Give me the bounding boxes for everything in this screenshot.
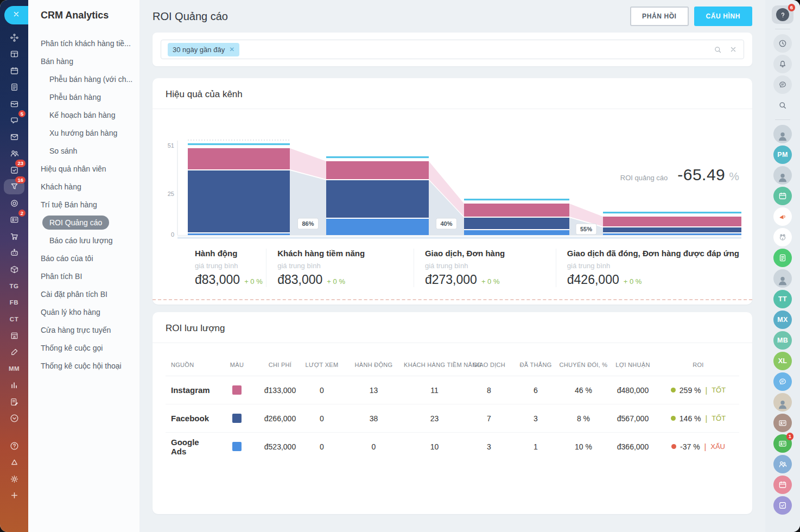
table-card-title: ROI lưu lượng bbox=[166, 323, 739, 334]
rail-mm[interactable]: MM bbox=[0, 360, 28, 377]
rail-inventory-icon[interactable] bbox=[0, 261, 28, 278]
rr-messenger[interactable] bbox=[773, 75, 792, 94]
menu-item-1[interactable]: Bán hàng bbox=[28, 52, 139, 70]
rail-contacts-icon[interactable]: 2 bbox=[0, 212, 28, 229]
rail-sales-icon[interactable] bbox=[0, 228, 28, 245]
close-menu-button[interactable] bbox=[4, 6, 28, 24]
clear-filter-icon[interactable] bbox=[729, 46, 737, 53]
rr-calendar-pink[interactable] bbox=[773, 476, 792, 494]
menu-item-18[interactable]: Thống kê cuộc hội thoại bbox=[28, 357, 139, 375]
rail-add-icon[interactable] bbox=[0, 487, 28, 504]
rail-apps-icon[interactable] bbox=[0, 29, 28, 46]
rr-avatar-3[interactable] bbox=[773, 269, 792, 288]
rr-contacts-green[interactable]: 1 bbox=[773, 434, 792, 453]
menu-item-13[interactable]: Phân tích BI bbox=[28, 267, 139, 285]
rail-marketing-icon[interactable] bbox=[0, 195, 28, 212]
rail-documents-icon[interactable] bbox=[0, 79, 28, 96]
menu-item-7[interactable]: Hiệu quả nhân viên bbox=[28, 160, 139, 178]
menu-item-15[interactable]: Quản lý kho hàng bbox=[28, 303, 139, 321]
rr-chat-mx[interactable]: MX bbox=[773, 311, 792, 329]
row-cell-5: 1 bbox=[513, 433, 558, 460]
rr-chat-pm[interactable]: PM bbox=[773, 145, 792, 164]
rail-updates-icon[interactable] bbox=[0, 454, 28, 471]
rail-sign-icon[interactable] bbox=[0, 344, 28, 361]
column-header: KHÁCH HÀNG TIỀM NĂNG bbox=[404, 362, 465, 376]
menu-item-0[interactable]: Phân tích khách hàng tiề... bbox=[28, 34, 139, 52]
rail-facebook[interactable]: FB bbox=[0, 294, 28, 311]
row-color bbox=[214, 404, 260, 433]
filter-search-input[interactable]: 30 ngày gần đây ✕ bbox=[161, 40, 744, 59]
row-roi: -37 %|XẤU bbox=[657, 433, 739, 460]
rail-automation-icon[interactable] bbox=[0, 245, 28, 262]
menu-item-6[interactable]: So sánh bbox=[28, 142, 139, 160]
menu-item-3[interactable]: Phễu bán hàng bbox=[28, 88, 139, 106]
rail-collapse-icon[interactable] bbox=[0, 410, 28, 427]
rr-calendar-chat[interactable] bbox=[773, 187, 792, 205]
rr-notes-chat[interactable] bbox=[773, 249, 792, 267]
rr-group-chat[interactable] bbox=[773, 393, 792, 411]
rail-online-store-icon[interactable] bbox=[0, 327, 28, 344]
stat-caption: giá trung bình bbox=[195, 262, 266, 270]
row-source[interactable]: Instagram bbox=[166, 376, 214, 404]
rail-chat-icon[interactable]: 5 bbox=[0, 112, 28, 129]
rr-support-chat[interactable] bbox=[773, 372, 792, 391]
rail-mail-icon[interactable] bbox=[0, 129, 28, 145]
configure-button[interactable]: CẤU HÌNH bbox=[694, 7, 752, 26]
search-icon[interactable] bbox=[713, 45, 722, 54]
rail-tasks-icon[interactable]: 23 bbox=[0, 162, 28, 179]
filter-tag-remove-icon[interactable]: ✕ bbox=[229, 46, 234, 53]
rail-employees-icon[interactable] bbox=[0, 145, 28, 162]
rr-notifications[interactable] bbox=[773, 55, 792, 73]
rail-doc-edit-icon[interactable] bbox=[0, 394, 28, 410]
menu-item-8[interactable]: Khách hàng bbox=[28, 178, 139, 195]
stat-delta: + 0 % bbox=[244, 277, 263, 286]
rail-telegram[interactable]: TG bbox=[0, 278, 28, 295]
menu-item-4[interactable]: Kế hoạch bán hàng bbox=[28, 106, 139, 124]
rail-analytics-icon[interactable] bbox=[0, 377, 28, 394]
rr-avatar-1[interactable] bbox=[773, 125, 792, 143]
menu-item-5[interactable]: Xu hướng bán hàng bbox=[28, 124, 139, 142]
menu-item-16[interactable]: Cửa hàng trực tuyến bbox=[28, 321, 139, 339]
app-window: 523162TGFBCTMM CRM Analytics Phân tích k… bbox=[0, 0, 800, 532]
rail-settings-icon[interactable] bbox=[0, 471, 28, 487]
filter-tag[interactable]: 30 ngày gần đây ✕ bbox=[168, 43, 239, 56]
svg-text:86%: 86% bbox=[302, 220, 314, 227]
rail-contact-center[interactable]: CT bbox=[0, 311, 28, 328]
menu-item-10[interactable]: ROI Quảng cáo bbox=[28, 213, 139, 231]
menu-item-14[interactable]: Cài đặt phân tích BI bbox=[28, 285, 139, 303]
roi-status-dot bbox=[671, 388, 676, 392]
badge: 23 bbox=[15, 160, 26, 167]
close-icon bbox=[12, 10, 20, 20]
row-cell-6: 8 % bbox=[558, 404, 608, 433]
rail-crm-icon[interactable]: 16 bbox=[0, 179, 28, 195]
rr-tasks-purple[interactable] bbox=[773, 496, 792, 515]
rail-storage-icon[interactable] bbox=[0, 96, 28, 112]
stat-delta: + 0 % bbox=[624, 277, 642, 286]
rr-history[interactable] bbox=[773, 34, 792, 53]
rr-help[interactable]: 6 bbox=[772, 5, 793, 24]
rr-chat-xl[interactable]: XL bbox=[773, 352, 792, 370]
rr-avatar-2[interactable] bbox=[773, 166, 792, 185]
menu-item-2[interactable]: Phễu bán hàng (với ch... bbox=[28, 70, 139, 88]
main-content: ROI Quảng cáo PHẢN HỒI CẤU HÌNH 30 ngày … bbox=[139, 0, 765, 532]
menu-item-11[interactable]: Báo cáo lưu lượng bbox=[28, 231, 139, 249]
rr-marketing-chat[interactable] bbox=[773, 207, 792, 226]
menu-item-12[interactable]: Báo cáo của tôi bbox=[28, 249, 139, 267]
rail-help-icon[interactable] bbox=[0, 438, 28, 454]
badge: 1 bbox=[786, 433, 793, 440]
row-source[interactable]: Google Ads bbox=[166, 433, 214, 460]
stat-name: Giao dịch đã đóng, Đơn hàng được đáp ứng bbox=[567, 249, 739, 258]
rr-groups[interactable] bbox=[773, 455, 792, 473]
rr-bear-chat[interactable] bbox=[773, 228, 792, 246]
row-cell-6: 46 % bbox=[558, 376, 608, 404]
rr-contacts-brown[interactable] bbox=[773, 414, 792, 432]
rail-calendar-icon[interactable] bbox=[0, 62, 28, 79]
menu-item-17[interactable]: Thống kê cuộc gọi bbox=[28, 339, 139, 357]
feedback-button[interactable]: PHẢN HỒI bbox=[630, 7, 688, 26]
rr-search[interactable] bbox=[773, 96, 792, 115]
row-source[interactable]: Facebook bbox=[166, 404, 214, 433]
rr-chat-tt[interactable]: TT bbox=[773, 290, 792, 308]
menu-item-9[interactable]: Trí tuệ Bán hàng bbox=[28, 195, 139, 213]
rail-kanban-board-icon[interactable] bbox=[0, 46, 28, 63]
rr-chat-mb[interactable]: MB bbox=[773, 331, 792, 350]
